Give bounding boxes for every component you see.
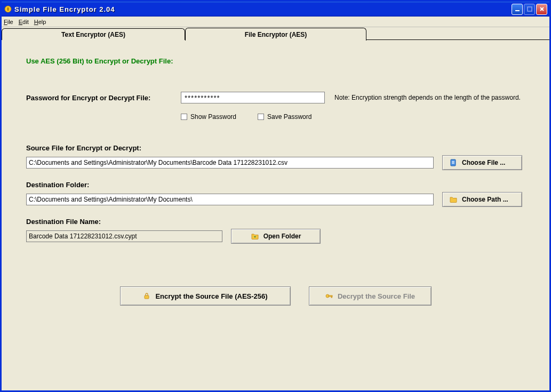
maximize-button xyxy=(524,4,535,15)
open-folder-icon xyxy=(251,232,259,241)
titlebar: Simple File Encryptor 2.04 xyxy=(2,2,549,17)
checkbox-icon xyxy=(258,114,264,120)
window-title: Simple File Encryptor 2.04 xyxy=(14,5,512,13)
folder-icon xyxy=(449,195,458,204)
decrypt-label: Decrypt the Source File xyxy=(338,292,415,300)
svg-rect-7 xyxy=(452,161,454,162)
tab-file-encryptor[interactable]: File Encryptor (AES) xyxy=(185,28,366,41)
menu-help[interactable]: Help xyxy=(34,19,46,25)
destination-label: Destination Folder: xyxy=(26,181,525,189)
content-area: Use AES (256 Bit) to Encrypt or Decrypt … xyxy=(2,40,549,390)
open-folder-button[interactable]: Open Folder xyxy=(231,229,321,244)
tab-label: Text Encryptor (AES) xyxy=(61,31,125,38)
menu-edit[interactable]: Edit xyxy=(19,19,29,25)
lock-icon xyxy=(142,292,151,300)
svg-rect-8 xyxy=(452,162,454,163)
app-icon xyxy=(4,5,12,13)
choose-path-button[interactable]: Choose Path ... xyxy=(442,192,522,207)
tab-label: File Encryptor (AES) xyxy=(245,31,307,38)
encrypt-button[interactable]: Encrypt the Source File (AES-256) xyxy=(120,286,291,306)
password-row: Password for Encrypt or Decrypt File: No… xyxy=(26,92,525,103)
svg-rect-9 xyxy=(452,163,454,164)
tab-text-encryptor[interactable]: Text Encryptor (AES) xyxy=(2,28,185,40)
decrypt-button: Decrypt the Source File xyxy=(309,286,432,306)
dest-filename-label: Destination File Name: xyxy=(26,218,525,226)
file-icon xyxy=(449,158,458,167)
show-password-label: Show Password xyxy=(190,113,236,121)
checkbox-icon xyxy=(181,114,187,120)
key-icon xyxy=(325,292,333,300)
action-row: Encrypt the Source File (AES-256) Decryp… xyxy=(26,286,525,306)
app-window: Simple File Encryptor 2.04 File Edit Hel… xyxy=(0,0,551,392)
destination-folder-input[interactable] xyxy=(26,194,434,205)
dest-filename-row: Open Folder xyxy=(26,229,525,244)
heading: Use AES (256 Bit) to Encrypt or Decrypt … xyxy=(26,57,525,65)
destination-row: Choose Path ... xyxy=(26,192,525,207)
minimize-button[interactable] xyxy=(512,4,523,15)
encrypt-label: Encrypt the Source File (AES-256) xyxy=(155,292,267,300)
choose-file-button[interactable]: Choose File ... xyxy=(442,155,522,170)
show-password-checkbox[interactable]: Show Password xyxy=(181,113,236,121)
password-options: Show Password Save Password xyxy=(181,113,525,121)
password-label: Password for Encrypt or Decrypt File: xyxy=(26,94,171,102)
source-label: Source File for Encrypt or Decrypt: xyxy=(26,144,525,152)
svg-rect-13 xyxy=(331,297,332,298)
close-button[interactable] xyxy=(536,4,547,15)
choose-file-label: Choose File ... xyxy=(462,159,505,166)
svg-rect-10 xyxy=(145,295,149,299)
tabstrip: Text Encryptor (AES) File Encryptor (AES… xyxy=(2,27,549,40)
source-file-input[interactable] xyxy=(26,157,434,169)
menubar: File Edit Help xyxy=(2,17,549,27)
password-note: Note: Encryption strength depends on the… xyxy=(334,94,521,101)
open-folder-label: Open Folder xyxy=(263,233,301,240)
svg-rect-3 xyxy=(528,7,532,11)
save-password-label: Save Password xyxy=(267,113,312,121)
password-input[interactable] xyxy=(181,92,325,103)
dest-filename-input xyxy=(26,230,222,242)
menu-file[interactable]: File xyxy=(4,19,13,25)
svg-rect-2 xyxy=(515,10,520,11)
svg-rect-1 xyxy=(7,7,9,11)
choose-path-label: Choose Path ... xyxy=(462,196,508,203)
source-row: Choose File ... xyxy=(26,155,525,170)
save-password-checkbox[interactable]: Save Password xyxy=(258,113,312,121)
window-controls xyxy=(512,4,547,15)
